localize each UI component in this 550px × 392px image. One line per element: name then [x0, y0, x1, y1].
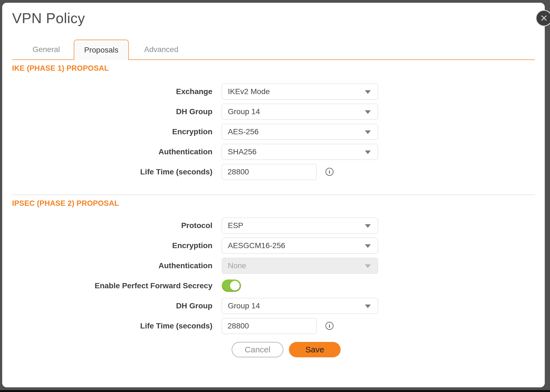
dh-group-label: DH Group [12, 107, 212, 116]
exchange-label: Exchange [12, 87, 212, 96]
authentication2-row: Authentication None ▼ [12, 256, 535, 276]
phase1-heading: IKE (PHASE 1) PROPOSAL [12, 64, 535, 73]
authentication2-label: Authentication [12, 261, 212, 270]
tab-bar: General Proposals Advanced [12, 40, 535, 60]
chevron-down-icon: ▼ [363, 222, 373, 229]
phase2-fields: Protocol ESP ▼ Encryption AESGCM16-256 ▼… [12, 215, 535, 336]
chevron-down-icon: ▼ [363, 303, 373, 309]
life-time-input[interactable] [222, 164, 317, 180]
chevron-down-icon: ▼ [363, 149, 373, 155]
tab-general-label: General [32, 45, 60, 54]
phase1-fields: Exchange IKEv2 Mode ▼ DH Group Group 14 … [12, 81, 535, 182]
chevron-down-icon: ▼ [363, 128, 373, 135]
phase2-heading: IPSEC (PHASE 2) PROPOSAL [12, 199, 535, 208]
authentication2-select-disabled: None ▼ [222, 258, 378, 274]
authentication-label: Authentication [12, 147, 212, 156]
section-divider [12, 194, 535, 195]
life-time2-row: Life Time (seconds) i [12, 316, 535, 336]
chevron-down-icon: ▼ [363, 242, 373, 249]
pfs-toggle[interactable] [222, 279, 241, 292]
window-bottom-edge [0, 390, 550, 392]
authentication-value: SHA256 [228, 147, 365, 156]
dh-group-select[interactable]: Group 14 ▼ [222, 104, 378, 120]
pfs-toggle-knob [230, 281, 240, 290]
pfs-label: Enable Perfect Forward Secrecy [12, 281, 212, 290]
dh-group2-select[interactable]: Group 14 ▼ [222, 298, 378, 314]
tab-advanced[interactable]: Advanced [129, 40, 194, 59]
tab-proposals[interactable]: Proposals [74, 40, 129, 60]
info-icon[interactable]: i [325, 168, 333, 176]
authentication-select[interactable]: SHA256 ▼ [222, 144, 378, 160]
dh-group2-label: DH Group [12, 301, 212, 310]
encryption-select[interactable]: AES-256 ▼ [222, 124, 378, 140]
encryption-value: AES-256 [228, 127, 365, 136]
exchange-select[interactable]: IKEv2 Mode ▼ [222, 84, 378, 100]
dialog-footer: Cancel Save [12, 342, 535, 357]
encryption2-label: Encryption [12, 241, 212, 250]
cancel-button[interactable]: Cancel [232, 342, 283, 357]
life-time2-label: Life Time (seconds) [12, 322, 212, 330]
protocol-label: Protocol [12, 221, 212, 230]
exchange-value: IKEv2 Mode [228, 87, 365, 96]
encryption-row: Encryption AES-256 ▼ [12, 122, 535, 142]
pfs-row: Enable Perfect Forward Secrecy [12, 276, 535, 296]
tab-general[interactable]: General [19, 40, 74, 59]
encryption2-value: AESGCM16-256 [228, 241, 365, 250]
close-button[interactable]: ✕ [536, 10, 550, 26]
encryption2-select[interactable]: AESGCM16-256 ▼ [222, 238, 378, 254]
tab-proposals-label: Proposals [84, 46, 119, 54]
info-icon[interactable]: i [325, 322, 333, 330]
authentication-row: Authentication SHA256 ▼ [12, 142, 535, 162]
dh-group-row: DH Group Group 14 ▼ [12, 102, 535, 122]
life-time-row: Life Time (seconds) i [12, 162, 535, 182]
chevron-down-icon: ▼ [363, 262, 373, 269]
encryption2-row: Encryption AESGCM16-256 ▼ [12, 235, 535, 256]
protocol-row: Protocol ESP ▼ [12, 215, 535, 235]
page-title: VPN Policy [12, 10, 535, 26]
dh-group2-row: DH Group Group 14 ▼ [12, 296, 535, 316]
authentication2-value: None [228, 261, 365, 270]
life-time2-input[interactable] [222, 318, 317, 334]
vpn-policy-dialog: VPN Policy General Proposals Advanced IK… [2, 3, 545, 387]
chevron-down-icon: ▼ [363, 88, 373, 95]
dh-group-value: Group 14 [228, 107, 365, 116]
protocol-value: ESP [228, 221, 365, 230]
encryption-label: Encryption [12, 127, 212, 136]
life-time-label: Life Time (seconds) [12, 168, 212, 176]
chevron-down-icon: ▼ [363, 108, 373, 115]
protocol-select[interactable]: ESP ▼ [222, 218, 378, 234]
dh-group2-value: Group 14 [228, 301, 365, 310]
exchange-row: Exchange IKEv2 Mode ▼ [12, 81, 535, 102]
save-button[interactable]: Save [289, 342, 341, 357]
close-icon: ✕ [540, 13, 548, 23]
tab-advanced-label: Advanced [144, 45, 179, 54]
